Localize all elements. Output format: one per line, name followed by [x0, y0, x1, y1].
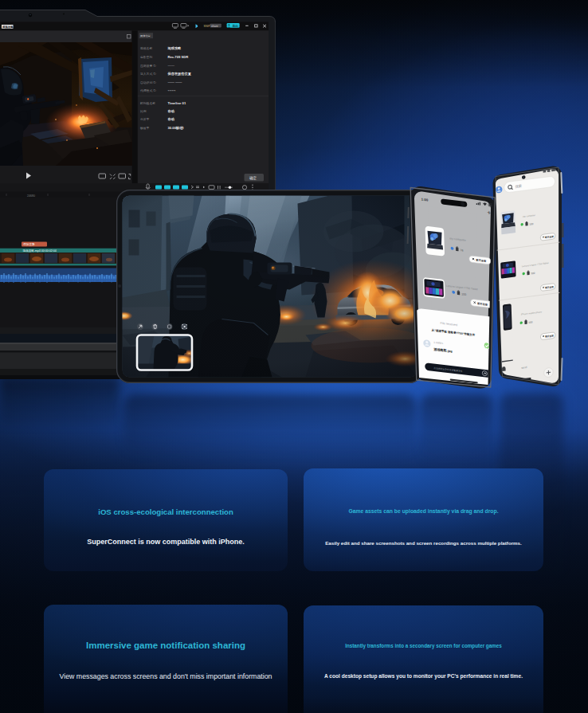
- svg-text:Timeline 01: Timeline 01: [168, 101, 186, 105]
- svg-text:添加注释: 添加注释: [23, 242, 35, 246]
- svg-text:100: 100: [528, 320, 533, 324]
- svg-text:游戏攻略.mp4 00:00:02:04: 游戏攻略.mp4 00:00:02:04: [23, 249, 57, 253]
- svg-text:导入方式 ①: 导入方式 ①: [140, 72, 156, 76]
- svg-text:1:00: 1:00: [496, 177, 501, 181]
- svg-text:100: 100: [529, 222, 534, 226]
- svg-text:76: 76: [461, 249, 464, 252]
- svg-text:帧速率: 帧速率: [140, 126, 150, 130]
- svg-text:媒体信息: 媒体信息: [140, 34, 151, 37]
- svg-text:代理模式 ①: 代理模式 ①: [140, 88, 156, 92]
- svg-text:SNIP: SNIP: [204, 25, 211, 28]
- svg-text:时间线名称: 时间线名称: [140, 101, 155, 105]
- svg-text:游戏名称: 游戏名称: [140, 46, 152, 50]
- svg-text:100: 100: [461, 292, 466, 296]
- svg-text:Rec.709 SDR: Rec.709 SDR: [168, 55, 189, 59]
- svg-text:share: share: [211, 25, 218, 28]
- svg-text:自动: 自动: [168, 109, 174, 113]
- svg-text:⸺ ⸺: ⸺ ⸺: [168, 80, 183, 84]
- svg-text:分辨率: 分辨率: [140, 117, 150, 121]
- svg-text:24680: 24680: [27, 194, 35, 198]
- svg-text:游戏攻略: 游戏攻略: [2, 25, 14, 29]
- svg-text:⌁⌁⌁⌁: ⌁⌁⌁⌁: [168, 88, 177, 92]
- svg-text:色彩空间: 色彩空间: [140, 55, 152, 59]
- svg-text:100: 100: [531, 272, 535, 276]
- svg-text:压缩设置 ①: 压缩设置 ①: [140, 64, 156, 68]
- svg-text:1:00: 1:00: [421, 198, 429, 202]
- svg-text:比例: 比例: [140, 109, 147, 113]
- svg-text:自动识别 ①: 自动识别 ①: [140, 80, 156, 84]
- svg-text:+: +: [487, 209, 491, 217]
- svg-text:——: ——: [168, 64, 175, 68]
- svg-text:导出: 导出: [233, 24, 239, 28]
- svg-text:自动: 自动: [168, 117, 174, 121]
